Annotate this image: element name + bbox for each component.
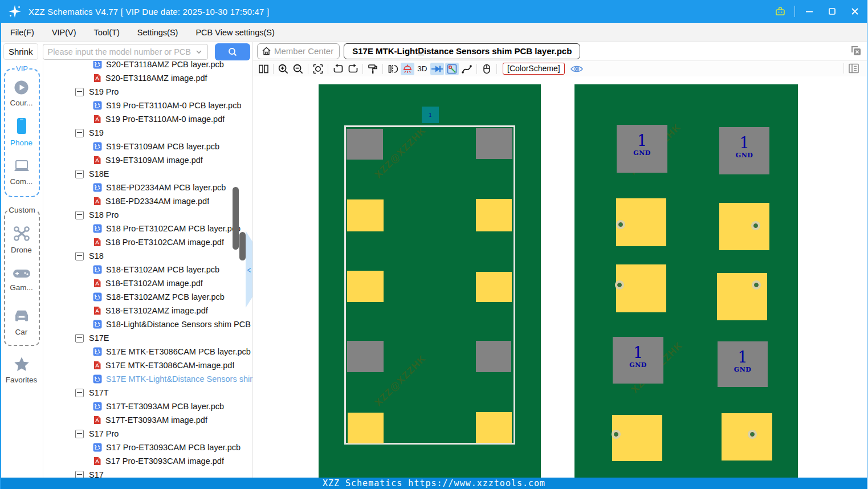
tree-group-row[interactable]: S19 (43, 126, 252, 140)
pcb-pad-yellow[interactable] (476, 272, 512, 302)
lamp-icon[interactable] (401, 63, 414, 75)
flip-horizontal-icon[interactable] (386, 63, 400, 75)
tree-file-row[interactable]: S18-ET3102AMZ PCB layer.pcb (43, 290, 252, 304)
tree-file-row[interactable]: S19 Pro-ET3110AM-0 PCB layer.pcb (43, 99, 252, 112)
collapse-minus-icon[interactable] (75, 170, 84, 178)
split-view-icon[interactable] (256, 63, 270, 75)
pcb-pad-gray[interactable]: 1GND (719, 127, 769, 174)
tree-file-row[interactable]: S19-ET3109AM image.pdf (43, 153, 252, 167)
pcb-pad-gray[interactable] (347, 341, 384, 372)
eye-icon[interactable] (570, 63, 584, 75)
close-button[interactable] (846, 3, 863, 19)
menu-item-pcb-view-settings[interactable]: PCB View settings(S) (195, 28, 274, 37)
sidebar-item-car[interactable]: Car (0, 308, 43, 336)
tree-file-row[interactable]: S18-ET3102AMZ image.pdf (43, 304, 252, 317)
tree-file-row[interactable]: S20-ET3118AMZ PCB layer.pcb (43, 61, 252, 71)
tree-file-row[interactable]: S18 Pro-ET3102CAM image.pdf (43, 235, 252, 249)
tree-group-row[interactable]: S17T (43, 386, 252, 400)
diode-icon[interactable] (430, 63, 444, 75)
tree-group-row[interactable]: S18 (43, 249, 252, 263)
pcb-pad-yellow[interactable] (347, 199, 384, 231)
shrink-button[interactable]: Shrink (3, 43, 38, 60)
rotate-ccw-icon[interactable] (331, 63, 345, 75)
document-tab[interactable]: S17E MTK-LightDistance Sensors shim PCB … (344, 43, 580, 59)
pcb-pad-yellow[interactable] (476, 199, 512, 231)
paint-roller-icon[interactable] (366, 63, 380, 75)
pcb-pad-gray[interactable] (476, 341, 511, 372)
tree-file-row[interactable]: S19-ET3109AM PCB layer.pcb (43, 140, 252, 153)
rotate-cw-icon[interactable] (346, 63, 360, 75)
pcb-pad-yellow[interactable] (476, 412, 512, 443)
pcb-board-right[interactable]: XZZ@XZZHKXZZ@XZZHK1GND1GND1GND1GND (574, 84, 798, 478)
tree-collapse-handle[interactable]: < (246, 231, 252, 308)
tree-scrollbar-thumb[interactable] (233, 187, 239, 250)
pcb-pad-yellow[interactable] (612, 415, 662, 461)
vip-briefcase-icon[interactable] (772, 3, 789, 19)
sidebar-item-phone[interactable]: Phone (0, 117, 43, 147)
menu-item-settings[interactable]: Settings(S) (137, 28, 178, 37)
tree-group-row[interactable]: S18 Pro (43, 208, 252, 222)
sidebar-item-drone[interactable]: Drone (0, 225, 43, 254)
pcb-pad-gray[interactable] (347, 129, 383, 160)
menu-item-vip[interactable]: VIP(V) (52, 28, 76, 37)
tree-file-row[interactable]: S17E MTK-Light&Distance Sensors shim PCB… (43, 372, 252, 386)
collapse-minus-icon[interactable] (75, 88, 84, 96)
close-document-icon[interactable] (850, 44, 862, 59)
collapse-minus-icon[interactable] (75, 430, 84, 438)
tree-group-row[interactable]: S17E (43, 331, 252, 345)
panel-scrollbar-thumb[interactable] (239, 232, 246, 260)
minimize-button[interactable] (801, 3, 818, 19)
fit-view-icon[interactable] (311, 63, 325, 75)
collapse-minus-icon[interactable] (75, 471, 84, 478)
tree-file-row[interactable]: S18E-PD2334AM image.pdf (43, 194, 252, 208)
zoom-out-icon[interactable] (291, 63, 305, 75)
tree-file-row[interactable]: S18-ET3102AM PCB layer.pcb (43, 263, 252, 276)
tree-file-row[interactable]: S17 Pro-ET3093CAM image.pdf (43, 454, 252, 468)
mouse-icon[interactable] (480, 63, 494, 75)
tree-file-row[interactable]: S18-ET3102AM image.pdf (43, 276, 252, 290)
pcb-pad-gray[interactable]: 1GND (617, 125, 667, 173)
tree-file-row[interactable]: S18-Light&Distance Sensors shim PCB laye… (43, 317, 252, 331)
component-marker[interactable]: 1 (422, 107, 439, 123)
tree-group-row[interactable]: S19 Pro (43, 85, 252, 99)
pcb-pad-yellow[interactable] (717, 273, 767, 320)
pcb-canvas[interactable]: XZZ@XZZHKXZZ@XZZHK1 XZZ@XZZHKXZZ@XZZHK1G… (253, 76, 868, 478)
pcb-pad-yellow[interactable] (719, 203, 769, 250)
sidebar-item-favorites[interactable]: Favorites (0, 356, 43, 384)
layer-panel-toggle-icon[interactable] (847, 63, 860, 76)
collapse-minus-icon[interactable] (75, 129, 84, 137)
measure-icon[interactable] (445, 63, 459, 75)
tree-file-row[interactable]: S17E MTK-ET3086CAM-image.pdf (43, 358, 252, 372)
pcb-pad-gray[interactable]: 1GND (718, 341, 768, 387)
collapse-minus-icon[interactable] (75, 334, 84, 343)
maximize-button[interactable] (824, 3, 841, 19)
pcb-board-left[interactable]: XZZ@XZZHKXZZ@XZZHK1 (319, 84, 541, 478)
pcb-pad-gray[interactable] (476, 128, 512, 159)
collapse-minus-icon[interactable] (75, 389, 84, 397)
pcb-pad-yellow[interactable] (616, 198, 666, 246)
tree-group-row[interactable]: S17 Pro (43, 427, 252, 441)
tree-file-row[interactable]: S17E MTK-ET3086CAM PCB layer.pcb (43, 345, 252, 358)
zoom-in-icon[interactable] (276, 63, 290, 75)
pcb-pad-gray[interactable]: 1GND (613, 337, 663, 384)
view-3d-button[interactable]: 3D (415, 64, 430, 73)
tree-file-row[interactable]: S18 Pro-ET3102CAM PCB layer.pcb (43, 222, 252, 235)
tree-file-row[interactable]: S17 Pro-ET3093CAM PCB layer.pcb (43, 441, 252, 454)
collapse-minus-icon[interactable] (75, 211, 84, 219)
sidebar-item-game[interactable]: Gam... (0, 267, 43, 292)
sidebar-item-computer[interactable]: Com... (0, 159, 43, 186)
pcb-pad-yellow[interactable] (347, 271, 384, 302)
tree-file-row[interactable]: S20-ET3118AMZ image.pdf (43, 71, 252, 85)
collapse-minus-icon[interactable] (75, 252, 84, 260)
pcb-pad-yellow[interactable] (348, 413, 384, 443)
member-center-button[interactable]: Member Center (257, 43, 340, 59)
tree-file-row[interactable]: S17T-ET3093AM PCB layer.pcb (43, 400, 252, 413)
model-search-input[interactable]: Please input the model number or PCB (43, 44, 208, 60)
sidebar-item-course[interactable]: Cour... (0, 80, 43, 107)
tree-group-row[interactable]: S18E (43, 167, 252, 181)
tree-group-row[interactable]: S17 (43, 468, 252, 478)
pcb-pad-yellow[interactable] (616, 264, 666, 312)
tree-file-row[interactable]: S18E-PD2334AM PCB layer.pcb (43, 181, 252, 194)
colorscheme-button[interactable]: [ColorScheme] (503, 63, 565, 75)
chevron-down-icon[interactable] (195, 48, 203, 56)
